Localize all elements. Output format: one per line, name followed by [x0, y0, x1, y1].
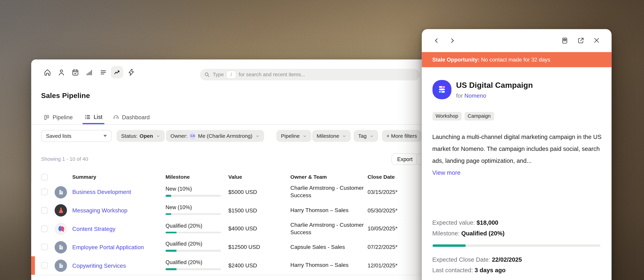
last-contacted-row: Last contacted: 3 days ago — [432, 267, 506, 273]
close-date-cell: 07/22/2025* — [368, 238, 398, 256]
tab-list[interactable]: List — [82, 111, 104, 124]
owner-filter[interactable]: Owner: CA Me (Charlie Armstrong) — [166, 130, 264, 142]
opportunity-title: US Digital Campaign — [456, 81, 533, 90]
owner-cell: Charlie Armstrong - Customer Success — [290, 220, 365, 238]
column-close-date: Close Date — [368, 174, 395, 180]
stale-accent-bar — [31, 256, 35, 275]
opportunity-detail-panel: Stale Opportunity: No contact made for 3… — [422, 29, 612, 280]
milestone-label: Qualified (20%) — [166, 222, 202, 229]
status-label: Status: — [121, 133, 138, 139]
column-value: Value — [228, 174, 242, 180]
page-title: Sales Pipeline — [41, 91, 90, 100]
milestone-progress — [166, 268, 221, 270]
milestone-label: Qualified (20%) — [166, 259, 202, 266]
close-date-row: Expected Close Date: 22/02/2025 — [432, 256, 522, 263]
calendar-icon[interactable] — [69, 66, 81, 78]
organisation-avatar — [55, 260, 67, 272]
expected-value: $18,000 — [476, 219, 498, 226]
saved-lists-label: Saved lists — [46, 133, 72, 139]
slash-key: / — [227, 71, 236, 78]
forward-icon[interactable] — [449, 37, 455, 44]
open-external-icon[interactable] — [577, 37, 584, 44]
pipeline-icon[interactable] — [111, 66, 123, 78]
last-contacted-value: 3 days ago — [474, 267, 506, 273]
opportunity-link[interactable]: Messaging Workshop — [72, 201, 128, 220]
people-icon[interactable] — [55, 66, 67, 78]
tag-filter-label: Tag — [358, 133, 367, 139]
owner-value: Me (Charlie Armstrong) — [198, 133, 252, 139]
tag-pill[interactable]: Campaign — [464, 112, 494, 120]
tab-dashboard[interactable]: Dashboard — [113, 111, 150, 124]
milestone-cell: Qualified (20%) — [166, 222, 221, 233]
milestone-row: Milestone: Qualified (20%) — [432, 230, 505, 236]
owner-avatar: CA — [190, 133, 196, 139]
chevron-down-icon — [156, 134, 160, 138]
more-filters-button[interactable]: + More filters — [382, 130, 422, 142]
milestone-progress — [166, 195, 221, 197]
analytics-icon[interactable] — [83, 66, 95, 78]
tag-filter[interactable]: Tag — [354, 130, 378, 142]
export-button[interactable]: Export — [392, 153, 418, 165]
select-all-checkbox[interactable] — [41, 174, 48, 180]
opportunity-link[interactable]: Business Development — [72, 183, 131, 201]
status-filter[interactable]: Status: Open — [117, 130, 165, 142]
company-logo — [432, 80, 451, 99]
owner-cell: Harry Thomson – Sales — [290, 201, 365, 220]
description-text: Launching a multi-channel digital market… — [432, 134, 602, 164]
opportunity-link[interactable]: Copywriting Services — [72, 256, 126, 275]
email-icon[interactable] — [561, 37, 568, 44]
column-summary: Summary — [72, 174, 96, 180]
search-input[interactable]: Type / for search and recent items... — [200, 69, 420, 80]
chevron-down-icon — [302, 134, 306, 138]
panel-body: US Digital Campaign for Nomeno Workshop … — [422, 67, 612, 280]
tab-pipeline-label: Pipeline — [53, 114, 73, 121]
milestone-progress — [166, 231, 221, 233]
milestone-label: Qualified (20%) — [166, 241, 202, 247]
column-owner-team: Owner & Team — [290, 174, 327, 180]
row-checkbox[interactable] — [41, 189, 48, 195]
milestone-cell: Qualified (20%) — [166, 259, 221, 270]
value-cell: $2400 USD — [228, 256, 257, 275]
opportunity-link[interactable]: Employee Portal Application — [72, 238, 144, 256]
automation-icon[interactable] — [125, 66, 137, 78]
stale-opportunity-banner: Stale Opportunity: No contact made for 3… — [422, 52, 612, 67]
tab-pipeline[interactable]: Pipeline — [44, 111, 73, 124]
pipeline-filter[interactable]: Pipeline — [276, 130, 311, 142]
chevron-down-icon — [255, 134, 260, 138]
banner-text: No contact made for 32 days — [480, 56, 550, 63]
expected-value-label: Expected value: — [432, 219, 476, 226]
back-icon[interactable] — [433, 37, 440, 44]
organisation-avatar — [55, 241, 67, 253]
last-contacted-label: Last contacted: — [432, 267, 474, 273]
milestone-value: Qualified (20%) — [461, 230, 504, 236]
saved-lists-select[interactable]: Saved lists — [41, 130, 112, 142]
close-icon[interactable] — [593, 37, 600, 44]
row-checkbox[interactable] — [41, 207, 48, 214]
opportunity-company: for Nomeno — [456, 92, 486, 99]
tab-dashboard-label: Dashboard — [122, 114, 150, 121]
owner-cell: Harry Thomson – Sales — [290, 256, 365, 275]
search-icon — [204, 72, 210, 77]
milestone-filter[interactable]: Milestone — [312, 130, 350, 142]
close-date-label: Expected Close Date: — [432, 256, 492, 263]
tasks-icon[interactable] — [97, 66, 109, 78]
tab-list-label: List — [94, 114, 102, 120]
opportunity-link[interactable]: Content Strategy — [72, 220, 116, 238]
more-filters-label: + More filters — [386, 133, 417, 139]
row-checkbox[interactable] — [41, 262, 48, 269]
row-checkbox[interactable] — [41, 225, 48, 232]
company-link[interactable]: Nomeno — [464, 92, 486, 99]
value-cell: $5000 USD — [228, 183, 257, 201]
value-cell: $12500 USD — [228, 238, 260, 256]
value-cell: $1500 USD — [228, 201, 257, 220]
panel-header — [422, 29, 612, 52]
view-more-link[interactable]: View more — [432, 169, 460, 176]
close-date-value: 22/02/2025 — [492, 256, 522, 263]
tag-pill[interactable]: Workshop — [432, 112, 462, 120]
dropdown-triangle-icon — [104, 135, 107, 137]
row-checkbox[interactable] — [41, 244, 48, 250]
pipeline-filter-label: Pipeline — [281, 133, 300, 139]
home-icon[interactable] — [41, 66, 53, 78]
close-date-cell: 03/15/2025* — [368, 183, 398, 201]
kanban-icon — [44, 114, 50, 121]
